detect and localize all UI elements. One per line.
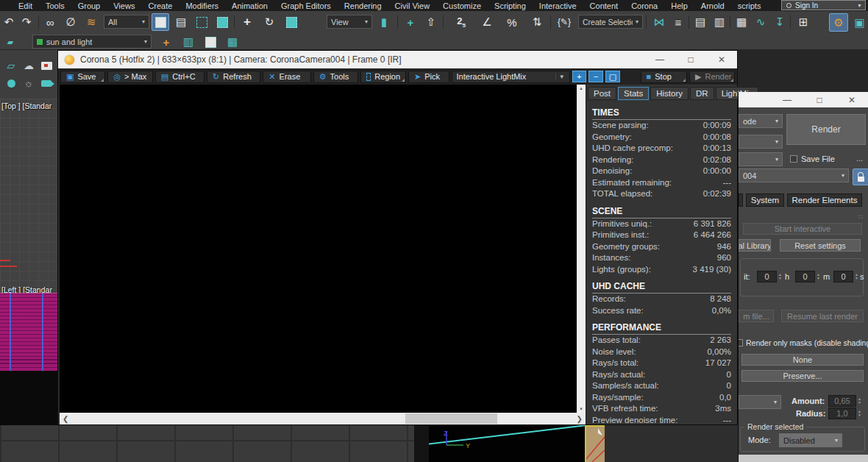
amount-field[interactable]: 0,65 [828,395,856,407]
none-button[interactable]: None [741,354,864,366]
cloud-icon[interactable]: ☁ [21,58,36,73]
menu-item[interactable]: Rendering [338,1,388,10]
spinner-snap-button[interactable]: ⇅ [528,13,546,31]
viewport-perspective[interactable]: Z Y [429,425,585,462]
reference-coordinate-dropdown[interactable]: View [327,15,372,29]
menu-item[interactable]: Arnold [694,1,731,10]
lightmix-dropdown[interactable]: Interactive LightMix▼ [452,71,570,83]
zoom-in-button[interactable]: + [572,71,587,82]
sign-in-dropdown[interactable]: Sign In ▼ [781,0,866,10]
viewport-bottom-grid[interactable] [0,425,414,462]
menu-item[interactable]: Customize [436,1,488,10]
curve-editor-button[interactable]: ∿ [752,13,769,31]
select-move-button[interactable]: + [238,13,256,31]
tab-partial[interactable] [739,193,743,207]
menu-item[interactable]: Edit [12,1,39,10]
menu-item[interactable]: Group [71,1,107,10]
undo-button[interactable]: ↶ [0,13,18,31]
minimize-icon[interactable]: — [644,51,675,68]
spinner-arrows-icon[interactable]: ▲▼ [856,408,863,419]
menu-item[interactable]: scripts [731,1,768,10]
menu-item[interactable]: Help [664,1,694,10]
mirror-button[interactable]: ⋈ [650,13,668,31]
scene-explorer-button[interactable]: ▤ [691,13,709,31]
menu-item[interactable]: Scripting [488,1,533,10]
spinner-arrows-icon[interactable]: ▲▼ [853,271,860,282]
vfb-save-button[interactable]: ▣Save [60,71,105,83]
select-by-name-button[interactable]: ▤ [172,13,190,31]
close-icon[interactable]: ✕ [836,92,868,107]
unlink-button[interactable]: ∅ [62,13,79,31]
select-scale-button[interactable] [282,13,300,31]
zoom-fit-button[interactable]: ▢ [605,71,620,82]
create-selection-set-dropdown[interactable]: Create Selection Set [578,15,643,29]
select-object-button[interactable] [152,13,169,31]
vfb-pick-button[interactable]: ➤Pick [408,71,449,83]
close-icon[interactable]: ✕ [706,51,737,68]
set-current-layer-button[interactable]: ▦ [224,33,241,51]
vfb-erase-button[interactable]: ✕Erase [263,71,310,83]
resume-last-render-button[interactable]: Resume last render [781,310,864,322]
maximize-icon[interactable]: □ [803,92,836,107]
vfb-region-button[interactable]: Region [360,71,406,83]
render-presets-button[interactable]: ↧ [771,13,789,31]
save-file-checkbox[interactable] [790,155,797,163]
align-button[interactable]: ≡ [669,13,687,31]
vfb-render-button[interactable]: ▶Render [689,71,735,83]
viewport-left-shaded[interactable] [0,371,57,425]
layer-explorer-button[interactable]: ▥ [711,13,728,31]
panel-grip-icon[interactable]: ∷ [858,213,864,221]
view-dropdown[interactable] [739,152,783,166]
angle-snap-button[interactable]: ∠ [478,13,496,31]
vfb-horizontal-scrollbar[interactable]: ❮ ❯ [60,413,586,424]
vfb-send-to-max-button[interactable]: ◎> Max [107,71,152,83]
menu-item[interactable]: Graph Editors [274,1,338,10]
ribbon-toggle-button[interactable]: ▦ [733,13,750,31]
layer-dropdown[interactable]: sun and light [32,35,152,49]
render-button[interactable]: Render [786,114,866,145]
lightbulb-icon[interactable] [4,76,18,90]
target-mode-dropdown[interactable]: ode [739,114,783,128]
render-setup-title-bar[interactable]: — □ ✕ [739,92,868,107]
spinner-arrows-icon[interactable]: ▲▼ [777,271,783,282]
window-crossing-button[interactable] [213,13,231,31]
reset-settings-button[interactable]: Reset settings [780,239,861,252]
scrollbar-thumb[interactable] [405,413,497,424]
vfb-vertical-scrollbar[interactable]: ▴ ▾ [577,85,586,413]
select-rotate-button[interactable]: ↻ [260,13,278,31]
link-button[interactable]: ∞ [41,13,59,31]
menu-item[interactable]: Interactive [533,1,583,10]
rendered-frame-window-button[interactable]: ▣ [851,13,868,32]
viewport-camera-active[interactable] [585,425,605,462]
tab-system[interactable]: System [746,193,784,207]
scroll-up-icon[interactable]: ▴ [580,85,583,92]
menu-item[interactable]: Modifiers [179,1,225,10]
menu-item[interactable]: Corona [625,1,664,10]
start-interactive-button[interactable]: Start interactive [743,223,862,235]
render-setup-button[interactable]: ⚙ [829,13,848,32]
keyboard-override-button[interactable]: ⇧ [422,13,440,31]
vfb-title-bar[interactable]: Corona 5 (Hotfix 2) | 633×633px (8:1) | … [58,51,737,68]
scroll-left-icon[interactable]: ❮ [63,415,68,423]
scroll-right-icon[interactable]: ❯ [577,415,583,423]
select-manipulate-button[interactable]: + [402,13,419,31]
particle-view-button[interactable]: ⊞ [794,13,812,31]
camera-icon[interactable] [39,76,54,90]
zoom-out-button[interactable]: − [588,71,603,82]
tab-dr[interactable]: DR [690,87,714,100]
spinner-arrows-icon[interactable]: ▲▼ [856,395,863,407]
select-layer-objects-button[interactable] [202,33,219,51]
spinner-arrows-icon[interactable]: ▲▼ [815,271,822,282]
hours-field[interactable]: 0 [757,271,777,282]
tab-stats[interactable]: Stats [618,87,649,100]
bind-spacewarp-button[interactable]: ≋ [82,13,100,31]
minimize-icon[interactable]: — [771,92,803,107]
viewport-left[interactable] [0,293,57,372]
vfb-copy-button[interactable]: ▤Ctrl+C [155,71,204,83]
tab-post[interactable]: Post [588,87,616,100]
denoiser-dropdown[interactable] [739,395,781,409]
named-selection-sets-button[interactable]: {✎} [553,13,575,31]
snap-toggle-25-button[interactable]: 25 [449,13,474,31]
vfb-stop-button[interactable]: ■Stop [641,71,687,83]
window-bottom-edge[interactable] [739,455,868,462]
